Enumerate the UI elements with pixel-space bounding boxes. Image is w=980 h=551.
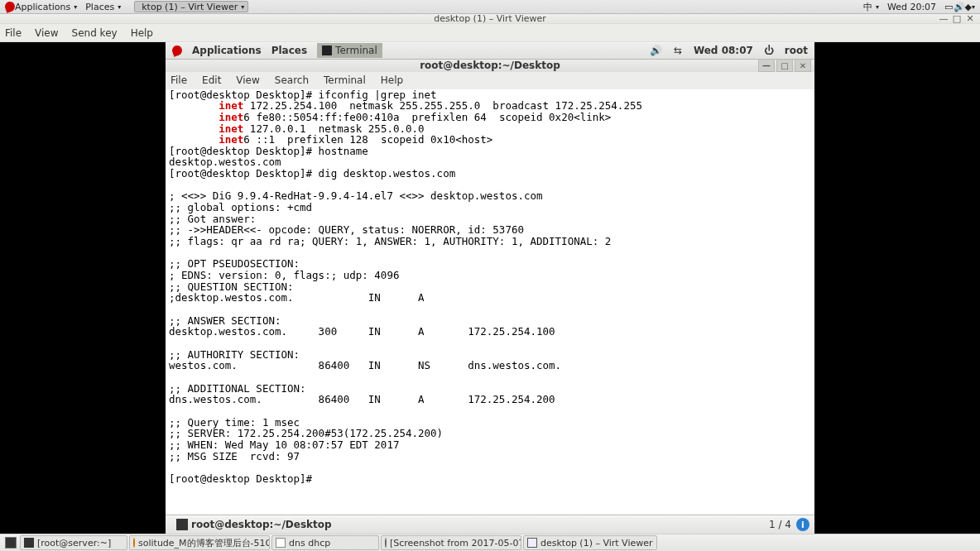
terminal-title: root@desktop:~/Desktop (420, 60, 560, 71)
terminal-close-button[interactable]: ✕ (795, 59, 811, 72)
menu-view[interactable]: View (35, 27, 58, 39)
host-places-menu[interactable]: Places▾ (85, 2, 121, 12)
taskbar-button-terminal[interactable]: root@desktop:~/Desktop (171, 517, 338, 532)
host-clock[interactable]: Wed 20:07 (887, 2, 936, 12)
terminal-menu-edit[interactable]: Edit (202, 74, 221, 86)
host-applications-menu[interactable]: Applications▾ (15, 2, 77, 12)
menu-help[interactable]: Help (131, 27, 153, 39)
info-icon[interactable]: i (796, 518, 809, 531)
guest-applications-menu[interactable]: Applications (192, 45, 262, 56)
taskbar-button[interactable]: desktop (1) – Virt Viewer (523, 535, 657, 550)
taskbar-button[interactable]: [root@server:~] (20, 535, 127, 550)
minimize-button[interactable]: — (937, 13, 950, 24)
guest-left-letterbox (0, 42, 166, 534)
taskbar-button[interactable]: [Screenshot from 2017-05-07 0… (381, 535, 521, 550)
guest-right-letterbox (814, 42, 980, 534)
guest-top-panel: Applications Places Terminal 🔊 ⇆ Wed 08:… (166, 42, 814, 60)
taskbar-button[interactable]: solitude_M的博客管理后台-51CT… (129, 535, 270, 550)
show-desktop-icon[interactable] (5, 537, 17, 549)
guest-distro-icon (171, 45, 183, 57)
terminal-output[interactable]: [root@desktop Desktop]# ifconfig |grep i… (166, 89, 814, 515)
menu-sendkey[interactable]: Send key (72, 27, 118, 39)
terminal-menu-file[interactable]: File (171, 74, 187, 86)
settings-icon[interactable]: ◆ (965, 2, 972, 12)
volume-icon[interactable]: 🔊 (954, 2, 965, 12)
virt-viewer-menubar: File View Send key Help (0, 24, 980, 42)
host-bottom-taskbar: [root@server:~] solitude_M的博客管理后台-51CT… … (0, 534, 980, 551)
terminal-maximize-button[interactable]: □ (776, 59, 793, 72)
guest-clock[interactable]: Wed 08:07 (694, 45, 753, 56)
terminal-titlebar[interactable]: root@desktop:~/Desktop — □ ✕ (166, 60, 814, 72)
close-button[interactable]: ✕ (963, 13, 977, 24)
host-top-panel: Applications▾ Places▾ ktop (1) – Virt Vi… (0, 0, 980, 14)
guest-places-menu[interactable]: Places (271, 45, 307, 56)
terminal-menubar: File Edit View Search Terminal Help (166, 72, 814, 89)
host-active-task[interactable]: ktop (1) – Virt Viewer▾ (134, 1, 248, 12)
maximize-button[interactable]: □ (950, 13, 963, 24)
volume-icon[interactable]: 🔊 (651, 45, 662, 56)
guest-user[interactable]: root (785, 45, 808, 56)
guest-active-window-tab[interactable]: Terminal (317, 43, 382, 58)
terminal-menu-terminal[interactable]: Terminal (324, 74, 366, 86)
battery-icon[interactable]: ▭ (944, 2, 953, 12)
host-ime-indicator[interactable]: 中 ▾ (863, 1, 879, 13)
virt-viewer-title: desktop (1) – Virt Viewer (434, 13, 546, 24)
terminal-menu-view[interactable]: View (236, 74, 259, 86)
power-icon[interactable]: ⏻ (763, 45, 775, 56)
terminal-menu-help[interactable]: Help (381, 74, 403, 86)
network-icon[interactable]: ⇆ (672, 45, 684, 56)
guest-bottom-panel: root@desktop:~/Desktop 1 / 4 i (166, 515, 814, 534)
virt-viewer-titlebar[interactable]: desktop (1) – Virt Viewer — □ ✕ (0, 14, 980, 24)
taskbar-button[interactable]: dns dhcp (271, 535, 379, 550)
menu-file[interactable]: File (5, 27, 22, 39)
workspace-pager[interactable]: 1 / 4 (769, 519, 791, 530)
terminal-minimize-button[interactable]: — (758, 59, 775, 72)
terminal-menu-search[interactable]: Search (275, 74, 309, 86)
